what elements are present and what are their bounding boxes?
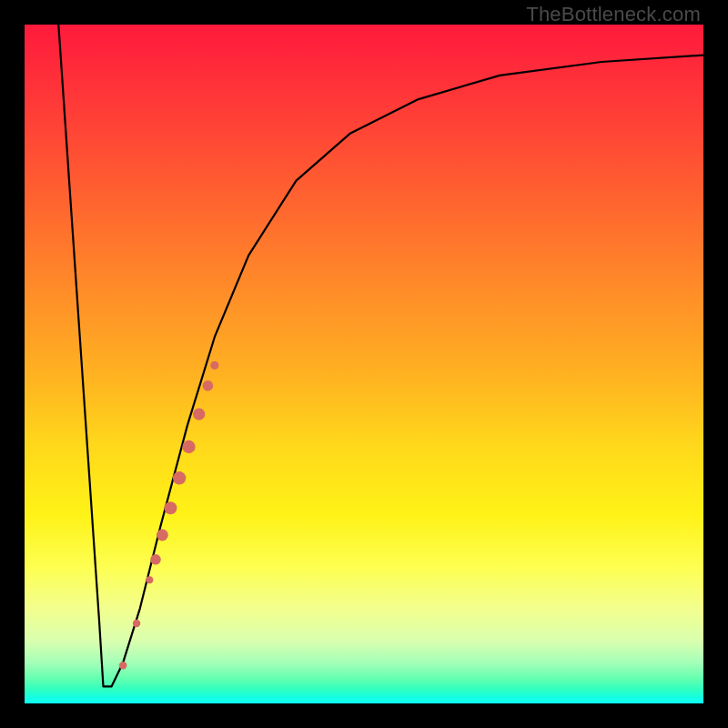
data-marker (193, 409, 205, 420)
data-marker (203, 380, 214, 391)
data-markers (119, 361, 218, 670)
data-marker (150, 554, 161, 565)
data-marker (146, 576, 153, 583)
data-marker (133, 620, 140, 627)
plot-area (25, 25, 703, 703)
data-marker (182, 440, 195, 453)
watermark-text: TheBottleneck.com (526, 3, 701, 26)
chart-overlay (25, 25, 703, 703)
data-marker (119, 662, 126, 669)
data-marker (157, 530, 168, 541)
curve-line (58, 25, 703, 686)
data-marker (173, 471, 186, 484)
data-marker (210, 361, 218, 369)
bottleneck-curve (58, 25, 703, 686)
chart-frame: TheBottleneck.com (0, 0, 728, 728)
data-marker (164, 501, 177, 514)
